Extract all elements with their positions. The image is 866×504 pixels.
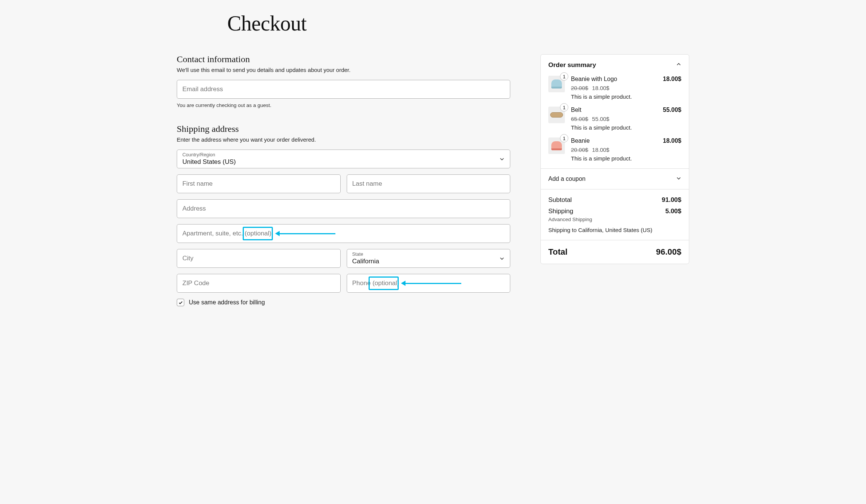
- apartment-field[interactable]: [177, 225, 510, 243]
- item-sale-price: 18.00$: [592, 85, 609, 91]
- order-summary-panel: Order summary 1 Beanie with Logo 18.00$ …: [540, 54, 689, 264]
- cart-item: 1 Beanie 18.00$ 20.00$ 18.00$ This is a …: [548, 137, 681, 162]
- qty-badge: 1: [560, 134, 568, 142]
- shipping-method: Advanced Shipping: [548, 217, 681, 222]
- item-description: This is a simple product.: [571, 93, 681, 100]
- shipping-section: Shipping address Enter the address where…: [177, 124, 510, 306]
- item-name: Beanie with Logo: [571, 76, 617, 82]
- order-summary-title: Order summary: [548, 61, 596, 69]
- item-name: Belt: [571, 107, 581, 113]
- state-value: California: [347, 249, 510, 267]
- item-sale-price: 55.00$: [592, 116, 609, 122]
- shipping-label: Shipping: [548, 208, 573, 215]
- item-price: 18.00$: [663, 76, 681, 82]
- phone-field-wrapper: Phone (optional): [347, 274, 511, 293]
- subtotal-value: 91.00$: [662, 196, 681, 204]
- phone-field[interactable]: [347, 274, 510, 292]
- guest-note: You are currently checking out as a gues…: [177, 102, 510, 108]
- shipping-subtitle: Enter the address where you want your or…: [177, 136, 510, 143]
- address-field[interactable]: [177, 200, 510, 218]
- item-price: 18.00$: [663, 137, 681, 144]
- subtotal-label: Subtotal: [548, 196, 572, 204]
- city-field[interactable]: [177, 249, 340, 267]
- total-label: Total: [548, 247, 568, 257]
- shipping-to: Shipping to California, United States (U…: [548, 227, 681, 233]
- cart-item: 1 Beanie with Logo 18.00$ 20.00$ 18.00$ …: [548, 76, 681, 100]
- item-price: 55.00$: [663, 107, 681, 113]
- item-description: This is a simple product.: [571, 155, 681, 162]
- qty-badge: 1: [560, 103, 568, 111]
- item-sale-price: 18.00$: [592, 147, 609, 153]
- cart-item: 1 Belt 55.00$ 65.00$ 55.00$ This is a si…: [548, 107, 681, 131]
- first-name-field[interactable]: [177, 175, 340, 193]
- page-title: Checkout: [227, 11, 689, 35]
- qty-badge: 1: [560, 72, 568, 81]
- shipping-title: Shipping address: [177, 124, 510, 134]
- item-description: This is a simple product.: [571, 124, 681, 131]
- contact-title: Contact information: [177, 54, 510, 64]
- email-field[interactable]: [177, 80, 510, 98]
- item-original-price: 20.00$: [571, 85, 588, 91]
- state-select[interactable]: State California: [347, 249, 511, 268]
- last-name-field[interactable]: [347, 175, 510, 193]
- item-original-price: 65.00$: [571, 116, 588, 122]
- contact-subtitle: We'll use this email to send you details…: [177, 67, 510, 73]
- item-original-price: 20.00$: [571, 147, 588, 153]
- order-summary-toggle[interactable]: Order summary: [548, 61, 681, 69]
- contact-section: Contact information We'll use this email…: [177, 54, 510, 108]
- coupon-toggle[interactable]: Add a coupon: [548, 176, 681, 182]
- item-name: Beanie: [571, 137, 590, 144]
- cart-items: 1 Beanie with Logo 18.00$ 20.00$ 18.00$ …: [548, 76, 681, 162]
- chevron-down-icon: [676, 176, 681, 182]
- zip-field[interactable]: [177, 274, 340, 292]
- total-value: 96.00$: [656, 247, 681, 257]
- chevron-up-icon: [676, 61, 681, 69]
- apartment-field-wrapper: Apartment, suite, etc. (optional): [177, 224, 510, 243]
- coupon-label: Add a coupon: [548, 176, 586, 182]
- country-value: United States (US): [177, 150, 510, 168]
- shipping-value: 5.00$: [665, 208, 681, 215]
- same-billing-label: Use same address for billing: [189, 299, 265, 306]
- country-select[interactable]: Country/Region United States (US): [177, 150, 510, 168]
- same-billing-checkbox[interactable]: [177, 299, 184, 306]
